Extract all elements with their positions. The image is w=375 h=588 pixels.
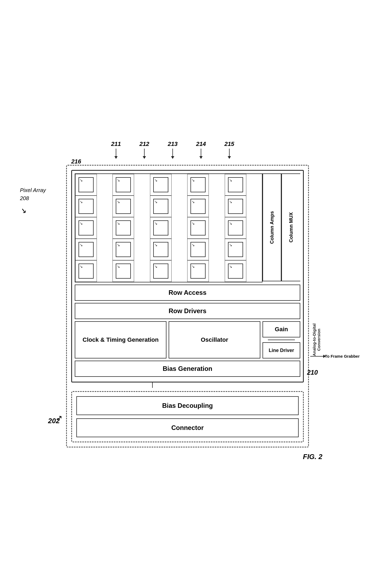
pixel-inner-4-2: ↘: [153, 264, 168, 279]
pixel-grid-container: ↘↘↘↘↘↘↘↘↘↘↘↘↘↘↘↘↘↘↘↘↘↘↘↘↘: [75, 173, 262, 282]
pixel-cell-4-0: ↘: [75, 260, 97, 282]
pixel-inner-1-1: ↘: [116, 199, 131, 214]
diagram-wrapper: 211 212 213 214 215 216: [66, 141, 309, 447]
middle-right: Gain Line Driver Analog-to-Digital Conve…: [262, 321, 300, 358]
pixel-inner-4-4: ↘: [228, 264, 243, 279]
pixel-cell-0-0: ↘: [75, 174, 97, 196]
pixel-cell-3-3: ↘: [187, 239, 209, 260]
arrow-214-group: 214: [189, 141, 213, 162]
pixel-arrow-4-1: ↘: [117, 265, 120, 268]
top-arrows-group: 211 212 213 214 215: [98, 141, 309, 162]
pixel-inner-3-0: ↘: [79, 242, 94, 257]
arrow-211-group: 211: [104, 141, 128, 162]
pixel-cell-4-3: ↘: [187, 260, 209, 282]
arrow-211-line: [116, 149, 116, 157]
connector-box: Connector: [76, 418, 299, 437]
pixel-arrow-0-4: ↘: [229, 178, 232, 182]
vert-connector-1: [152, 382, 153, 388]
pixel-inner-1-2: ↘: [153, 199, 168, 214]
pixel-cell-2-1: ↘: [112, 217, 134, 239]
pixel-array-label: Pixel Array 208 ↘: [20, 186, 46, 216]
pixel-inner-1-3: ↘: [190, 199, 206, 214]
pixel-inner-3-2: ↘: [153, 242, 168, 257]
label-210: 210: [307, 369, 318, 376]
to-frame-grabber-arrow: [323, 355, 326, 358]
pixel-arrow-3-0: ↘: [80, 243, 83, 247]
pixel-arrow-3-3: ↘: [192, 243, 195, 247]
chip-inner-210: 210 ↘↘↘↘↘↘↘↘↘↘↘↘↘↘↘↘↘↘↘↘↘↘↘↘↘ Column Amp…: [71, 170, 304, 382]
pixel-arrow-0-0: ↘: [80, 178, 83, 182]
pixel-inner-4-3: ↘: [190, 264, 206, 279]
arrow-212-line: [144, 149, 145, 157]
clock-timing-box: Clock & Timing Generation: [75, 321, 166, 358]
pixel-cell-2-3: ↘: [187, 217, 209, 239]
pixel-arrow-3-2: ↘: [154, 243, 158, 247]
to-frame-grabber-label: To Frame Grabber: [310, 354, 360, 358]
adc-label: Analog-to-Digital Conversion: [308, 321, 325, 358]
arrow-211-label: 211: [111, 141, 121, 148]
line-driver-box: Line Driver: [262, 342, 300, 358]
pixel-arrow-4-0: ↘: [80, 265, 83, 268]
label-216: 216: [71, 158, 81, 165]
pixel-cell-2-4: ↘: [225, 217, 246, 239]
pixel-cell-1-4: ↘: [225, 196, 246, 217]
pixel-inner-1-0: ↘: [79, 199, 94, 214]
fig-label: FIG. 2: [303, 453, 322, 461]
arrow-213-label: 213: [168, 141, 178, 148]
page-container: 211 212 213 214 215 216: [0, 0, 375, 588]
pixel-arrow-4-3: ↘: [192, 265, 195, 268]
label-202-arrow: ↗: [56, 413, 62, 422]
pixel-cell-3-2: ↘: [150, 239, 172, 260]
pixel-cell-0-4: ↘: [225, 174, 246, 196]
bias-decoupling-box: Bias Decoupling: [76, 396, 299, 415]
outer-box-biases: Bias Decoupling Connector: [71, 391, 304, 442]
pixel-arrow-1-1: ↘: [117, 200, 120, 204]
middle-section: Clock & Timing Generation Oscillator Gai…: [75, 321, 300, 358]
pixel-arrow-2-2: ↘: [154, 221, 158, 225]
pixel-arrow-4-2: ↘: [154, 265, 158, 268]
pixel-cell-2-0: ↘: [75, 217, 97, 239]
pixel-inner-4-0: ↘: [79, 264, 94, 279]
column-amps-box: Column Amps: [262, 173, 281, 281]
bias-generation-box: Bias Generation: [75, 361, 300, 377]
pixel-arrow-1-2: ↘: [154, 200, 158, 204]
arrow-214-label: 214: [196, 141, 206, 148]
pixel-arrow-3-1: ↘: [117, 243, 120, 247]
arrow-213-group: 213: [161, 141, 185, 162]
arrow-215-group: 215: [217, 141, 241, 162]
pixel-inner-2-2: ↘: [153, 220, 168, 235]
chip-outer-202: 216 Pixel Array 208 ↘ 210: [66, 165, 309, 447]
pixel-arrow-0-2: ↘: [154, 178, 158, 182]
pixel-cell-4-2: ↘: [150, 260, 172, 282]
pixel-arrow-2-0: ↘: [80, 221, 83, 225]
column-mux-box: Column MUX: [281, 173, 300, 281]
pixel-inner-3-3: ↘: [190, 242, 206, 257]
pixel-inner-0-4: ↘: [228, 177, 243, 192]
pixel-inner-0-3: ↘: [190, 177, 206, 192]
gain-box: Gain: [262, 321, 300, 337]
arrow-215-line: [229, 149, 230, 157]
pixel-inner-3-4: ↘: [228, 242, 243, 257]
pixel-cell-4-1: ↘: [112, 260, 134, 282]
pixel-arrow-2-1: ↘: [117, 221, 120, 225]
pixel-arrow-1-0: ↘: [80, 200, 83, 204]
pixel-cell-1-0: ↘: [75, 196, 97, 217]
pixel-arrow-2-3: ↘: [192, 221, 195, 225]
adc-connector-line: [268, 340, 295, 340]
pixel-cell-4-4: ↘: [225, 260, 246, 282]
pixel-inner-4-1: ↘: [116, 264, 131, 279]
pixel-cell-3-0: ↘: [75, 239, 97, 260]
pixel-cell-3-4: ↘: [225, 239, 246, 260]
pixel-inner-2-4: ↘: [228, 220, 243, 235]
row-drivers-box: Row Drivers: [75, 303, 300, 319]
pixel-arrow-0-1: ↘: [117, 178, 120, 182]
pixel-arrow-1-3: ↘: [192, 200, 195, 204]
pixel-arrow-2-4: ↘: [229, 221, 232, 225]
arrow-215-label: 215: [224, 141, 234, 148]
arrow-212-label: 212: [139, 141, 149, 148]
arrow-213-line: [172, 149, 173, 157]
middle-left: Clock & Timing Generation Oscillator: [75, 321, 260, 358]
pixel-cell-2-2: ↘: [150, 217, 172, 239]
arrow-212-group: 212: [132, 141, 156, 162]
pixel-cell-0-3: ↘: [187, 174, 209, 196]
